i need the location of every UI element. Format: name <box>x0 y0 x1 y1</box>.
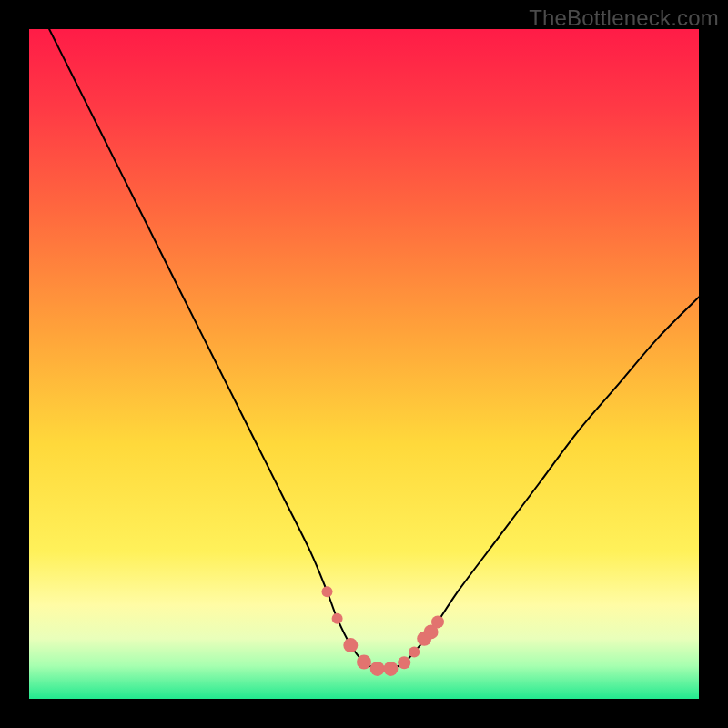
marker-dot <box>431 615 444 628</box>
chart-frame: TheBottleneck.com <box>0 0 728 728</box>
gradient-background <box>29 29 699 699</box>
chart-svg <box>29 29 699 699</box>
marker-dot <box>343 638 358 652</box>
plot-area <box>29 29 699 699</box>
marker-dot <box>383 662 398 676</box>
watermark-text: TheBottleneck.com <box>529 5 719 31</box>
marker-dot <box>357 655 371 670</box>
marker-dot <box>398 656 410 669</box>
marker-dot <box>409 647 420 658</box>
marker-dot <box>332 613 343 624</box>
marker-dot <box>370 662 385 676</box>
marker-dot <box>322 586 333 597</box>
